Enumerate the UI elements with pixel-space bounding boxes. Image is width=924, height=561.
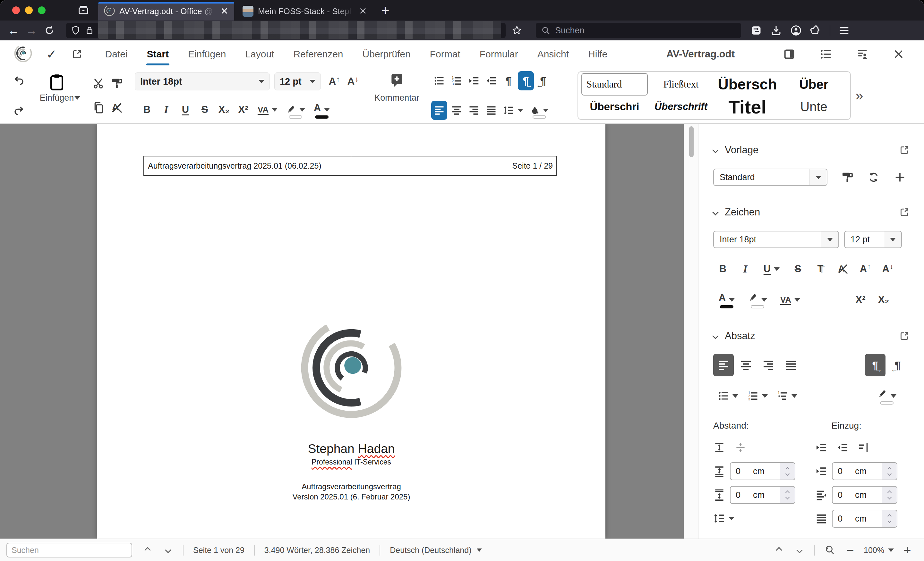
sidebar-font-color-button[interactable]: A (713, 290, 740, 310)
insert-comment-button[interactable]: Kommentar (370, 71, 424, 120)
style-ueberschrift-4[interactable]: Überschrift (648, 96, 714, 118)
stepper[interactable] (882, 487, 897, 503)
decrease-indent-button[interactable] (836, 441, 849, 453)
document-canvas[interactable]: Auftragsverarbeitungsvertrag 2025.01 (06… (0, 124, 684, 539)
app-menu-button[interactable] (838, 24, 850, 37)
section-absatz-header[interactable]: Absatz (713, 330, 910, 342)
sidebar-shrink-font-button[interactable]: A↓ (878, 259, 897, 279)
search-next-button[interactable] (158, 543, 178, 558)
tracking-shield-icon[interactable] (70, 25, 81, 36)
menu-formular[interactable]: Formular (470, 40, 528, 68)
next-page-button[interactable] (789, 543, 810, 558)
sidebar-superscript-button[interactable]: X² (851, 290, 870, 310)
previous-page-button[interactable] (769, 543, 789, 558)
align-right-button[interactable] (466, 101, 482, 120)
zoom-in-button[interactable]: + (897, 543, 918, 558)
indent-before-field[interactable]: 0 cm (832, 462, 897, 480)
sidebar-highlight-button[interactable] (744, 290, 771, 310)
bookmark-star-icon[interactable] (509, 23, 525, 38)
back-button[interactable]: ← (4, 23, 22, 38)
menu-einfuegen[interactable]: Einfügen (178, 40, 236, 68)
sidebar-ltr-button[interactable]: ¶→ (865, 354, 885, 376)
close-window-button[interactable] (12, 6, 20, 14)
menu-referenzen[interactable]: Referenzen (284, 40, 352, 68)
space-below-field[interactable]: 0 cm (730, 486, 795, 504)
forward-button[interactable]: → (22, 23, 40, 38)
tab-close-icon[interactable]: ✕ (359, 6, 367, 16)
open-dialog-icon[interactable] (899, 145, 910, 156)
section-vorlage-header[interactable]: Vorlage (713, 144, 910, 156)
redo-button[interactable] (8, 101, 30, 120)
open-dialog-icon[interactable] (899, 207, 910, 218)
word-count-status[interactable]: 3.490 Wörter, 28.386 Zeichen (259, 546, 375, 555)
sidebar-outline-list-button[interactable] (772, 386, 802, 406)
sidebar-underline-button[interactable]: U (758, 259, 785, 279)
stepper[interactable] (882, 510, 897, 527)
zoom-level[interactable]: 100% (861, 546, 897, 555)
underline-button[interactable]: U (177, 99, 194, 120)
page-count-status[interactable]: Seite 1 von 29 (188, 546, 250, 555)
sidebar-strikethrough-button[interactable]: S (788, 259, 807, 279)
open-dialog-icon[interactable] (899, 331, 910, 341)
zoom-reset-button[interactable] (819, 543, 840, 558)
style-ueberschrift-3[interactable]: Überschri (581, 96, 648, 118)
menu-start[interactable]: Start (137, 40, 178, 68)
indent-after-field[interactable]: 0 cm (832, 486, 897, 504)
sidebar-align-left-button[interactable] (713, 354, 734, 376)
sidebar-align-right-button[interactable] (758, 354, 778, 376)
user-list-icon[interactable] (856, 48, 869, 61)
space-above-field[interactable]: 0 cm (730, 462, 795, 480)
increase-indent-button[interactable] (466, 71, 482, 90)
cut-button[interactable] (92, 77, 105, 90)
font-name-combobox[interactable]: Inter 18pt (135, 72, 270, 90)
update-style-button[interactable] (841, 171, 854, 184)
sidebar-grow-font-button[interactable]: A↑ (856, 259, 875, 279)
browser-search-input[interactable] (555, 25, 736, 36)
browser-tab-active[interactable]: AV-Vertrag.odt - Office @ Hada ✕ (98, 2, 234, 21)
character-spacing-button[interactable]: VA (254, 99, 281, 120)
align-center-button[interactable] (448, 101, 465, 120)
increase-spacing-button[interactable] (713, 441, 725, 453)
bullet-list-button[interactable] (431, 71, 447, 90)
increase-indent-button[interactable] (815, 441, 827, 453)
sidebar-font-name-select[interactable]: Inter 18pt (713, 231, 839, 248)
paragraph-style-select[interactable]: Standard (713, 169, 827, 186)
menu-hilfe[interactable]: Hilfe (579, 40, 617, 68)
new-tab-button[interactable]: + (381, 2, 390, 18)
formatting-marks-button[interactable]: ¶ (501, 71, 516, 90)
sync-style-button[interactable] (867, 171, 880, 184)
sidebar-shadow-button[interactable]: T (811, 259, 830, 279)
sidebar-numbered-list-button[interactable] (743, 386, 772, 406)
reload-button[interactable] (40, 23, 58, 38)
tab-close-icon[interactable]: ✕ (220, 6, 228, 16)
open-in-new-window-icon[interactable] (71, 48, 83, 60)
paste-button[interactable]: Einfügen (33, 71, 81, 120)
paragraph-rtl-button[interactable]: ¶← (535, 71, 551, 90)
format-paintbrush-button[interactable] (110, 77, 123, 90)
shrink-font-button[interactable]: A↓ (345, 71, 361, 92)
decrease-indent-button[interactable] (483, 71, 499, 90)
paste-dropdown-caret[interactable] (74, 96, 80, 100)
style-titel[interactable]: Titel (714, 96, 781, 118)
sidebar-italic-button[interactable]: I (736, 259, 755, 279)
sidebar-paragraph-background-button[interactable] (873, 386, 900, 406)
copy-button[interactable] (92, 101, 105, 114)
account-button[interactable] (790, 24, 802, 37)
bold-button[interactable]: B (139, 99, 155, 120)
stepper[interactable] (780, 487, 795, 503)
browser-search-bar[interactable] (536, 23, 741, 38)
new-style-button[interactable] (894, 171, 906, 184)
sidebar-bullet-list-button[interactable] (713, 386, 743, 406)
sidebar-bold-button[interactable]: B (713, 259, 732, 279)
superscript-button[interactable]: X² (235, 99, 252, 120)
undo-button[interactable] (8, 71, 30, 90)
section-zeichen-header[interactable]: Zeichen (713, 206, 910, 218)
browser-tab-inactive[interactable]: Mein FOSS-Stack - Stephan Ha ✕ (237, 2, 373, 21)
italic-button[interactable]: I (158, 99, 174, 120)
sidebars-button[interactable] (750, 24, 762, 37)
menu-format[interactable]: Format (420, 40, 470, 68)
style-standard[interactable]: Standard (581, 73, 648, 96)
stepper[interactable] (882, 463, 897, 480)
menu-layout[interactable]: Layout (236, 40, 284, 68)
align-left-button[interactable] (431, 101, 447, 120)
